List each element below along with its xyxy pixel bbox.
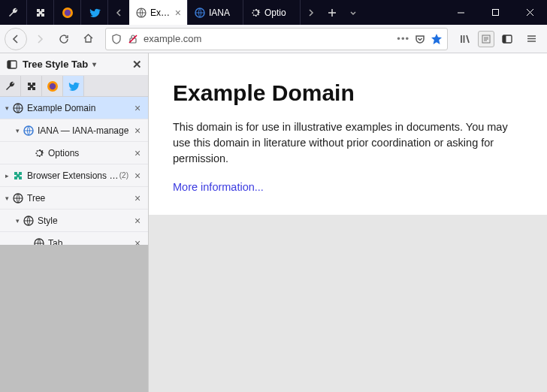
tree-item-count: (2) [119, 171, 128, 179]
toolbar: example.com ••• [0, 25, 547, 53]
tree-item-iana[interactable]: ▾ IANA — IANA-manage × [0, 119, 148, 142]
tree-item-label: Style [38, 216, 131, 226]
twisty-icon[interactable]: ▾ [2, 194, 12, 202]
tree-item-label: IANA — IANA-manage [38, 125, 131, 136]
svg-line-8 [467, 35, 469, 43]
puzzle-icon [35, 7, 47, 19]
tree-item-label: Tree [27, 193, 131, 204]
nav-back-button[interactable] [5, 28, 27, 50]
nav-forward-button[interactable] [29, 28, 51, 50]
main-row: Tree Style Tab ▾ ✕ ▾ Example Domain × ▾ … [0, 53, 547, 392]
globe-icon [12, 102, 24, 114]
sidebar: Tree Style Tab ▾ ✕ ▾ Example Domain × ▾ … [0, 53, 149, 392]
sidebar-toggle-button[interactable] [496, 28, 518, 50]
top-tab-firefox[interactable] [54, 0, 81, 25]
twisty-icon[interactable]: ▾ [2, 104, 12, 112]
tree-item-options[interactable]: Options × [0, 142, 148, 164]
pocket-icon[interactable] [414, 33, 426, 45]
tree-item-tree[interactable]: ▾ Tree × [0, 187, 148, 210]
titlebar: Example × IANA Optio [0, 0, 547, 25]
pinned-wrench[interactable] [0, 76, 21, 96]
sidebar-header-icon [6, 59, 18, 71]
svg-rect-16 [8, 61, 11, 68]
globe-icon [33, 237, 45, 245]
lock-strike-icon[interactable] [127, 33, 139, 45]
firefox-icon [62, 7, 74, 19]
new-tab-button[interactable] [322, 0, 343, 25]
window-maximize-button[interactable] [478, 0, 512, 25]
globe-icon [12, 192, 24, 204]
puzzle-icon [26, 80, 38, 92]
twisty-icon[interactable]: ▾ [12, 217, 23, 225]
top-tab-iana[interactable]: IANA [188, 0, 243, 25]
twitter-icon [89, 7, 101, 19]
tree-item-label: Options [48, 148, 131, 158]
sidebar-header[interactable]: Tree Style Tab ▾ ✕ [0, 53, 148, 76]
window-close-button[interactable] [512, 0, 547, 25]
url-text: example.com [144, 33, 392, 44]
top-tab-puzzle[interactable] [27, 0, 54, 25]
more-info-link[interactable]: More information... [173, 181, 264, 193]
tree-item-style[interactable]: ▾ Style × [0, 210, 148, 232]
twisty-icon[interactable]: ▸ [2, 172, 12, 179]
top-tab-options[interactable]: Optio [243, 0, 301, 25]
page-content: Example Domain This domain is for use in… [149, 53, 547, 215]
pinned-firefox[interactable] [42, 76, 63, 96]
svg-point-23 [35, 239, 44, 245]
home-button[interactable] [77, 28, 99, 50]
content-empty-area [149, 215, 547, 392]
content-area: Example Domain This domain is for use in… [149, 53, 547, 392]
twisty-icon[interactable]: ▾ [12, 127, 23, 134]
top-tab-example[interactable]: Example × [129, 0, 188, 25]
close-icon[interactable]: × [131, 147, 144, 159]
tabs-menu-icon[interactable] [343, 0, 364, 25]
svg-point-1 [64, 9, 70, 15]
chevron-down-icon: ▾ [92, 60, 96, 68]
svg-rect-4 [492, 10, 498, 16]
window-minimize-button[interactable] [443, 0, 478, 25]
top-tab-label: Example [150, 8, 172, 18]
close-icon[interactable]: × [131, 192, 144, 204]
close-icon[interactable]: × [131, 237, 144, 245]
page-paragraph: This domain is for use in illustrative e… [173, 119, 523, 167]
top-tab-wrench[interactable] [0, 0, 27, 25]
sidebar-title: Tree Style Tab [23, 59, 88, 70]
top-tab-twitter[interactable] [81, 0, 108, 25]
tree-item-label: Tab [48, 238, 131, 245]
wrench-icon [5, 80, 17, 92]
url-bar[interactable]: example.com ••• [105, 28, 448, 50]
shield-icon[interactable] [110, 33, 122, 45]
pinned-twitter[interactable] [63, 76, 84, 96]
tree-item-label: Example Domain [27, 103, 131, 113]
bookmark-star-icon[interactable] [431, 33, 443, 45]
wrench-icon [8, 7, 20, 19]
reload-button[interactable] [53, 28, 75, 50]
firefox-icon [47, 80, 59, 92]
tree-item-label: Browser Extensions - N [27, 170, 119, 181]
close-icon[interactable]: × [175, 8, 181, 18]
globe-icon [135, 7, 147, 19]
sidebar-empty-area [0, 245, 148, 393]
close-icon[interactable]: × [131, 102, 144, 114]
page-heading: Example Domain [173, 80, 523, 106]
sidebar-pinned-strip [0, 76, 148, 97]
close-icon[interactable]: × [131, 215, 144, 227]
tree-item-browser-extensions[interactable]: ▸ Browser Extensions - N (2) × [0, 164, 148, 187]
library-button[interactable] [454, 28, 476, 50]
tabs-scroll-right-icon[interactable] [301, 0, 322, 25]
reader-view-button[interactable] [478, 31, 494, 47]
app-menu-button[interactable] [520, 28, 542, 50]
globe-icon [23, 125, 35, 137]
pinned-puzzle[interactable] [21, 76, 42, 96]
close-icon[interactable]: ✕ [132, 58, 142, 71]
tree-item-tab[interactable]: Tab × [0, 232, 148, 245]
tabs-scroll-left-icon[interactable] [108, 0, 129, 25]
globe-icon [194, 7, 206, 19]
tree-item-example-domain[interactable]: ▾ Example Domain × [0, 97, 148, 119]
tree: ▾ Example Domain × ▾ IANA — IANA-manage … [0, 97, 148, 245]
gear-icon [249, 7, 261, 19]
close-icon[interactable]: × [131, 125, 144, 137]
page-actions-icon[interactable]: ••• [397, 33, 409, 44]
globe-icon [23, 215, 35, 227]
close-icon[interactable]: × [131, 170, 144, 182]
